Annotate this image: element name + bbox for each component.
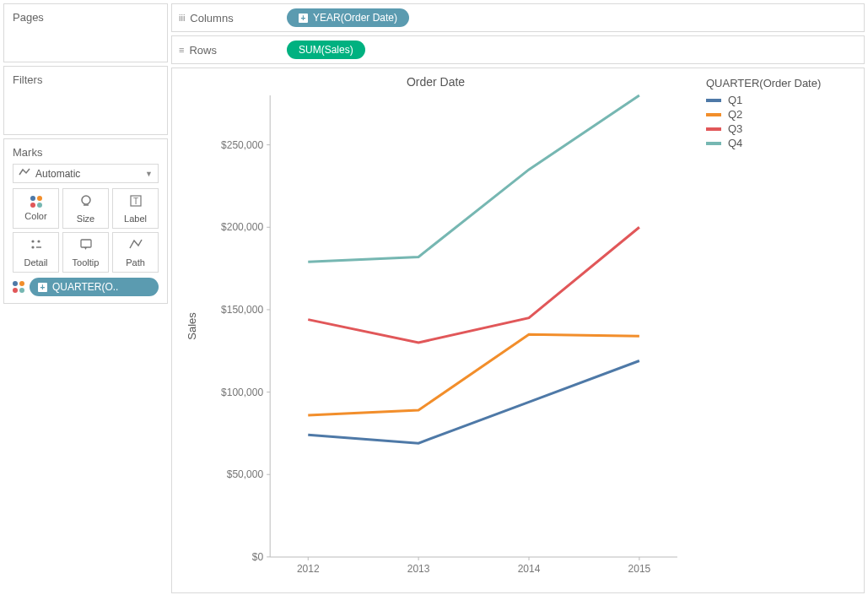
mark-type-label: Automatic	[35, 168, 80, 180]
line-icon	[19, 167, 30, 180]
chart-title: Order Date	[177, 75, 694, 89]
columns-pill-label: YEAR(Order Date)	[313, 12, 397, 24]
y-tick-label: $0	[252, 551, 264, 563]
filters-shelf[interactable]: Filters	[3, 66, 168, 135]
rows-shelf[interactable]: ≡ Rows SUM(Sales)	[171, 35, 865, 64]
color-label: Color	[24, 211, 46, 221]
legend-item[interactable]: Q4	[706, 136, 857, 150]
size-icon	[78, 193, 94, 210]
rows-pill-label: SUM(Sales)	[299, 44, 353, 56]
svg-point-4	[31, 240, 34, 242]
pages-title: Pages	[13, 11, 159, 24]
quarter-color-pill[interactable]: + QUARTER(O..	[30, 278, 159, 296]
tooltip-icon	[78, 237, 94, 254]
svg-point-5	[37, 240, 40, 242]
size-label: Size	[77, 214, 94, 224]
legend-swatch	[706, 113, 721, 116]
tooltip-label: Tooltip	[73, 257, 100, 268]
svg-point-0	[82, 196, 90, 204]
y-tick-label: $250,000	[221, 139, 263, 151]
y-tick-label: $100,000	[221, 387, 263, 398]
path-label: Path	[126, 257, 145, 268]
legend-item[interactable]: Q1	[706, 93, 857, 107]
label-label: Label	[124, 214, 147, 224]
y-tick-label: $200,000	[221, 221, 263, 233]
legend-item-label: Q1	[728, 94, 742, 106]
path-icon	[128, 237, 143, 254]
series-line[interactable]	[308, 334, 639, 415]
tooltip-button[interactable]: Tooltip	[62, 232, 109, 273]
plus-icon: +	[299, 14, 308, 23]
marks-card: Marks Automatic ▼ Color	[3, 138, 168, 304]
legend-swatch	[706, 142, 721, 145]
columns-shelf[interactable]: iii Columns + YEAR(Order Date)	[171, 3, 865, 32]
quarter-pill-label: QUARTER(O..	[52, 281, 118, 293]
svg-text:T: T	[132, 197, 137, 206]
marks-title: Marks	[13, 146, 159, 159]
color-button[interactable]: Color	[13, 188, 59, 229]
chevron-down-icon: ▼	[145, 170, 153, 178]
legend-item-label: Q2	[728, 108, 742, 121]
columns-pill-year[interactable]: + YEAR(Order Date)	[287, 8, 409, 27]
legend-title: QUARTER(Order Date)	[706, 77, 857, 89]
label-button[interactable]: T Label	[112, 188, 159, 229]
mark-type-select[interactable]: Automatic ▼	[13, 164, 159, 183]
detail-button[interactable]: Detail	[13, 232, 59, 273]
columns-icon: iii	[179, 13, 185, 23]
viz-area: Order Date $0$50,000$100,000$150,000$200…	[171, 68, 865, 593]
svg-rect-8	[81, 240, 91, 247]
pages-shelf[interactable]: Pages	[3, 3, 168, 62]
color-dots-icon	[13, 281, 24, 293]
label-icon: T	[128, 193, 143, 210]
path-button[interactable]: Path	[112, 232, 159, 273]
x-tick-label: 2015	[628, 563, 651, 575]
plus-icon: +	[38, 283, 47, 292]
legend-item[interactable]: Q2	[706, 107, 857, 122]
rows-pill-sales[interactable]: SUM(Sales)	[287, 41, 365, 59]
columns-label: Columns	[190, 12, 233, 24]
series-line[interactable]	[308, 95, 639, 262]
detail-label: Detail	[24, 257, 47, 268]
series-line[interactable]	[308, 227, 639, 343]
legend-item-label: Q3	[728, 122, 742, 135]
legend-swatch	[706, 99, 721, 102]
x-tick-label: 2013	[407, 563, 430, 575]
filters-title: Filters	[13, 73, 159, 86]
legend-item-label: Q4	[728, 137, 742, 149]
color-legend[interactable]: QUARTER(Order Date) Q1Q2Q3Q4	[699, 73, 864, 592]
legend-item[interactable]: Q3	[706, 122, 857, 136]
x-tick-label: 2014	[518, 563, 541, 575]
line-chart[interactable]: $0$50,000$100,000$150,000$200,000$250,00…	[177, 90, 694, 587]
svg-marker-9	[84, 247, 87, 250]
rows-label: Rows	[189, 44, 217, 57]
x-tick-label: 2012	[297, 563, 320, 575]
y-tick-label: $150,000	[221, 304, 263, 316]
svg-point-6	[31, 246, 34, 248]
y-axis-label: Sales	[186, 312, 198, 340]
size-button[interactable]: Size	[62, 188, 109, 229]
rows-icon: ≡	[179, 45, 184, 55]
detail-icon	[29, 237, 44, 254]
color-icon	[30, 196, 42, 208]
legend-swatch	[706, 127, 721, 131]
y-tick-label: $50,000	[227, 468, 264, 480]
